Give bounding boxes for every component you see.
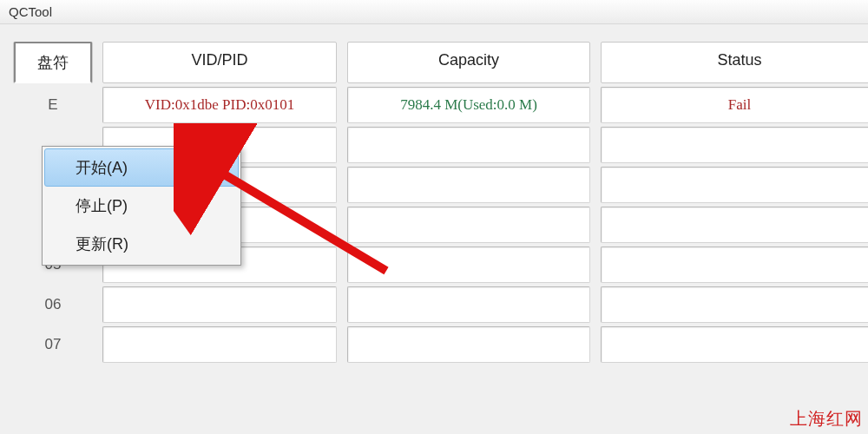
cell-capacity[interactable]	[347, 247, 590, 283]
cell-capacity[interactable]	[347, 326, 590, 363]
cell-status[interactable]	[601, 127, 868, 163]
header-drive[interactable]: 盘符	[14, 42, 92, 83]
header-status: Status	[601, 42, 868, 83]
cell-capacity[interactable]	[347, 286, 590, 323]
cell-status[interactable]	[601, 207, 868, 243]
row-label: E	[14, 87, 92, 123]
menu-item-start[interactable]: 开始(A)	[44, 148, 239, 187]
row-label: 07	[14, 326, 92, 363]
cell-capacity[interactable]	[347, 127, 590, 163]
cell-status[interactable]	[601, 326, 868, 363]
cell-vidpid[interactable]	[102, 326, 337, 363]
cell-capacity[interactable]	[347, 167, 590, 203]
context-menu[interactable]: 开始(A) 停止(P) 更新(R)	[42, 146, 241, 266]
header-capacity: Capacity	[347, 42, 590, 83]
cell-capacity[interactable]	[347, 207, 590, 243]
menu-item-refresh[interactable]: 更新(R)	[44, 225, 239, 263]
menu-item-stop[interactable]: 停止(P)	[44, 187, 239, 225]
header-vidpid: VID/PID	[102, 42, 337, 83]
cell-status[interactable]	[601, 167, 868, 203]
cell-capacity[interactable]: 7984.4 M(Used:0.0 M)	[347, 87, 590, 123]
cell-status[interactable]	[601, 247, 868, 283]
row-label: 06	[14, 286, 92, 323]
cell-status[interactable]: Fail	[601, 87, 868, 123]
cell-vidpid[interactable]: VID:0x1dbe PID:0x0101	[102, 87, 337, 123]
watermark: 上海红网	[790, 407, 863, 431]
cell-status[interactable]	[601, 286, 868, 323]
title-bar: QCTool	[0, 0, 868, 24]
cell-vidpid[interactable]	[102, 286, 337, 323]
window-title: QCTool	[9, 4, 52, 19]
